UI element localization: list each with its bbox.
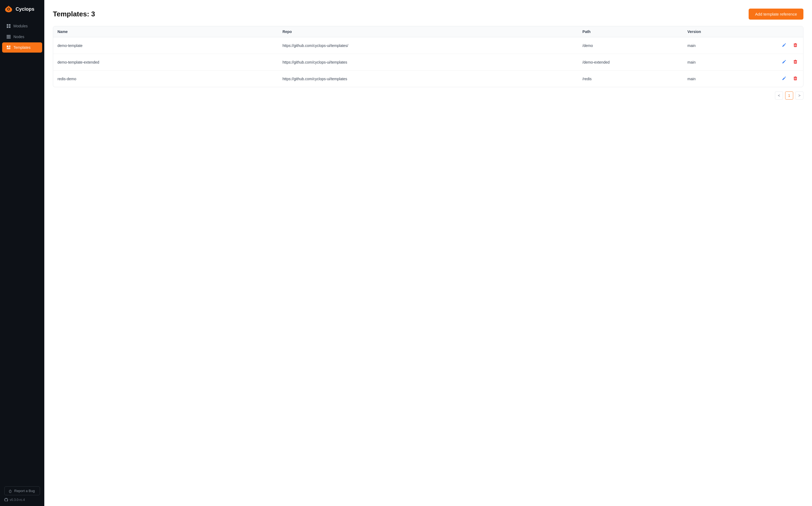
svg-rect-6 xyxy=(9,24,10,26)
cyclops-logo-icon xyxy=(4,5,13,13)
github-icon xyxy=(4,498,8,502)
page-number: 1 xyxy=(788,93,790,98)
sidebar-item-nodes[interactable]: Nodes xyxy=(2,32,42,42)
svg-rect-8 xyxy=(9,26,10,28)
svg-rect-7 xyxy=(7,26,8,28)
edit-icon xyxy=(782,76,787,81)
app-name: Cyclops xyxy=(16,6,34,12)
version-info: v0.3.0-rc.4 xyxy=(4,498,40,502)
page-header: Templates: 3 Add template reference xyxy=(53,9,803,20)
cell-name-1: demo-template-extended xyxy=(53,54,278,71)
edit-button-1[interactable] xyxy=(781,58,788,66)
sidebar-item-modules-label: Modules xyxy=(13,24,28,28)
cell-actions-1 xyxy=(758,54,803,71)
edit-button-2[interactable] xyxy=(781,75,788,83)
cell-path-0: /demo xyxy=(578,37,683,54)
cell-version-2: main xyxy=(683,71,758,87)
edit-button-0[interactable] xyxy=(781,41,788,50)
table-row: redis-demo https://github.com/cyclops-ui… xyxy=(53,71,803,87)
col-header-name: Name xyxy=(53,26,278,37)
sidebar-item-templates[interactable]: Templates xyxy=(2,43,42,53)
cell-actions-2 xyxy=(758,71,803,87)
report-bug-button[interactable]: Report a Bug xyxy=(4,486,40,495)
next-icon: > xyxy=(798,93,801,98)
app-logo: Cyclops xyxy=(0,0,44,18)
col-header-path: Path xyxy=(578,26,683,37)
col-header-repo: Repo xyxy=(278,26,578,37)
page-title: Templates: 3 xyxy=(53,10,95,18)
svg-rect-21 xyxy=(7,48,10,48)
table-row: demo-template-extended https://github.co… xyxy=(53,54,803,71)
sidebar-item-templates-label: Templates xyxy=(13,45,30,50)
templates-table-container: Name Repo Path Version demo-template htt… xyxy=(53,26,803,87)
pagination: < 1 > xyxy=(53,87,803,99)
bug-icon xyxy=(8,489,12,493)
cell-version-0: main xyxy=(683,37,758,54)
svg-rect-22 xyxy=(7,49,10,49)
trash-icon xyxy=(793,43,798,48)
svg-rect-12 xyxy=(7,36,8,37)
svg-rect-10 xyxy=(8,35,9,36)
pagination-next-button[interactable]: > xyxy=(795,91,803,99)
col-header-actions xyxy=(758,26,803,37)
templates-icon xyxy=(6,45,11,50)
svg-rect-16 xyxy=(8,37,9,38)
templates-table: Name Repo Path Version demo-template htt… xyxy=(53,26,803,87)
svg-rect-13 xyxy=(8,36,9,37)
cell-name-2: redis-demo xyxy=(53,71,278,87)
prev-icon: < xyxy=(778,93,780,98)
cell-actions-0 xyxy=(758,37,803,54)
report-bug-label: Report a Bug xyxy=(14,489,35,493)
pagination-page-1-button[interactable]: 1 xyxy=(785,91,793,99)
nodes-icon xyxy=(6,34,11,39)
sidebar: Cyclops Modules Nodes xyxy=(0,0,44,506)
cell-repo-0: https://github.com/cyclops-ui/templates/ xyxy=(278,37,578,54)
add-template-button[interactable]: Add template reference xyxy=(749,9,803,20)
cell-name-0: demo-template xyxy=(53,37,278,54)
sidebar-bottom: Report a Bug v0.3.0-rc.4 xyxy=(0,482,44,506)
table-row: demo-template https://github.com/cyclops… xyxy=(53,37,803,54)
svg-rect-14 xyxy=(9,36,10,37)
edit-icon xyxy=(782,59,787,64)
col-header-version: Version xyxy=(683,26,758,37)
main-content: Templates: 3 Add template reference Name… xyxy=(44,0,812,506)
grid-icon xyxy=(6,24,11,28)
trash-icon xyxy=(793,59,798,64)
cell-repo-2: https://github.com/cyclops-ui/templates xyxy=(278,71,578,87)
svg-rect-18 xyxy=(7,46,8,47)
cell-repo-1: https://github.com/cyclops-ui/templates xyxy=(278,54,578,71)
table-header: Name Repo Path Version xyxy=(53,26,803,37)
sidebar-nav: Modules Nodes xyxy=(0,18,44,482)
svg-point-3 xyxy=(8,8,9,10)
svg-rect-15 xyxy=(7,37,8,38)
svg-rect-17 xyxy=(9,37,10,38)
svg-rect-5 xyxy=(7,24,8,26)
svg-rect-11 xyxy=(9,35,10,36)
svg-marker-4 xyxy=(7,6,10,7)
svg-rect-20 xyxy=(9,47,10,47)
edit-icon xyxy=(782,43,787,48)
svg-rect-9 xyxy=(7,35,8,36)
delete-button-1[interactable] xyxy=(792,58,799,66)
cell-path-2: /redis xyxy=(578,71,683,87)
trash-icon xyxy=(793,76,798,81)
delete-button-2[interactable] xyxy=(792,75,799,83)
delete-button-0[interactable] xyxy=(792,41,799,50)
cell-version-1: main xyxy=(683,54,758,71)
table-body: demo-template https://github.com/cyclops… xyxy=(53,37,803,87)
sidebar-item-nodes-label: Nodes xyxy=(13,34,24,39)
svg-rect-19 xyxy=(9,46,10,47)
pagination-prev-button[interactable]: < xyxy=(775,91,783,99)
sidebar-item-modules[interactable]: Modules xyxy=(2,21,42,31)
version-label: v0.3.0-rc.4 xyxy=(10,498,25,502)
cell-path-1: /demo-extended xyxy=(578,54,683,71)
